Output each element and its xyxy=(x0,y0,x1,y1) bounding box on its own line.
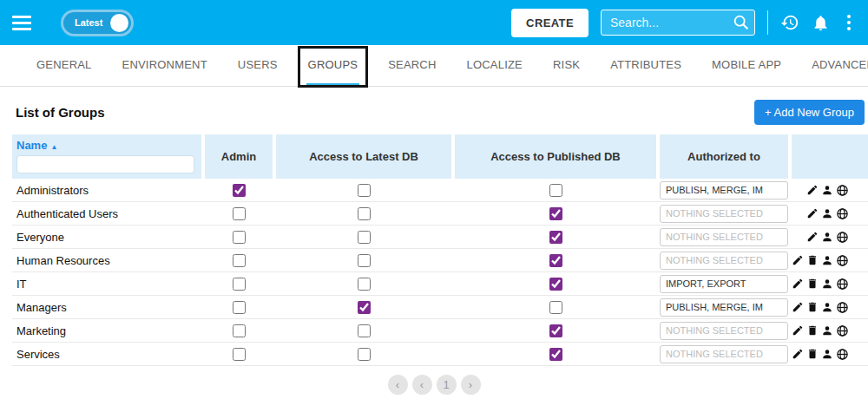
latest-toggle[interactable]: Latest xyxy=(61,10,134,36)
user-icon[interactable] xyxy=(821,184,833,197)
globe-icon[interactable] xyxy=(836,301,849,314)
menu-icon[interactable] xyxy=(12,16,31,30)
tab-localize[interactable]: LOCALIZE xyxy=(465,45,524,86)
admin-checkbox[interactable] xyxy=(233,231,246,244)
user-icon[interactable] xyxy=(821,301,833,314)
row-actions xyxy=(792,207,868,220)
top-navigation-bar: Latest CREATE xyxy=(0,0,868,45)
tab-search[interactable]: SEARCH xyxy=(386,45,437,86)
tab-mobile-app[interactable]: MOBILE APP xyxy=(710,45,783,86)
globe-icon[interactable] xyxy=(836,207,849,220)
column-header-published-db[interactable]: Access to Published DB xyxy=(455,134,656,179)
admin-checkbox[interactable] xyxy=(233,184,246,197)
delete-icon[interactable] xyxy=(806,254,819,267)
tab-advanced[interactable]: ADVANCED xyxy=(810,45,868,86)
user-icon[interactable] xyxy=(821,207,833,220)
notifications-icon[interactable] xyxy=(812,14,830,32)
latest-db-checkbox[interactable] xyxy=(358,207,371,220)
user-icon[interactable] xyxy=(821,231,833,244)
column-header-latest-db[interactable]: Access to Latest DB xyxy=(276,134,451,179)
sort-by-name[interactable]: Name▲ xyxy=(16,139,194,152)
tab-attributes[interactable]: ATTRIBUTES xyxy=(608,45,683,86)
tab-general[interactable]: GENERAL xyxy=(35,45,94,86)
edit-icon[interactable] xyxy=(792,278,804,291)
group-name: Administrators xyxy=(12,184,201,197)
edit-icon[interactable] xyxy=(806,207,819,220)
published-db-checkbox[interactable] xyxy=(549,254,562,267)
latest-db-checkbox[interactable] xyxy=(358,184,371,197)
column-header-authorized-to[interactable]: Authorized to xyxy=(660,134,788,179)
admin-checkbox[interactable] xyxy=(233,348,246,361)
admin-checkbox[interactable] xyxy=(233,301,246,314)
globe-icon[interactable] xyxy=(836,231,849,244)
column-header-name: Name▲ xyxy=(12,134,201,179)
user-icon[interactable] xyxy=(821,348,833,361)
published-db-checkbox[interactable] xyxy=(549,324,562,337)
edit-icon[interactable] xyxy=(792,324,804,337)
latest-db-checkbox[interactable] xyxy=(358,231,371,244)
published-db-checkbox[interactable] xyxy=(549,301,562,314)
create-button[interactable]: CREATE xyxy=(511,9,589,37)
latest-db-checkbox[interactable] xyxy=(358,301,371,314)
authorized-to-select[interactable]: NOTHING SELECTED xyxy=(660,345,788,363)
tab-users[interactable]: USERS xyxy=(236,45,279,86)
globe-icon[interactable] xyxy=(836,184,849,197)
authorized-to-select[interactable]: NOTHING SELECTED xyxy=(660,322,788,340)
page-button-1[interactable]: 1 xyxy=(437,375,457,395)
latest-db-checkbox[interactable] xyxy=(358,254,371,267)
first-page-button[interactable]: ‹ xyxy=(388,375,408,395)
published-db-checkbox[interactable] xyxy=(549,231,562,244)
globe-icon[interactable] xyxy=(836,324,849,337)
column-header-admin[interactable]: Admin xyxy=(205,134,273,179)
page-header: List of Groups + Add New Group xyxy=(0,87,868,134)
admin-checkbox[interactable] xyxy=(233,254,246,267)
edit-icon[interactable] xyxy=(806,231,819,244)
authorized-to-select[interactable]: PUBLISH, MERGE, IM xyxy=(660,298,788,317)
table-row: ITIMPORT, EXPORT xyxy=(12,272,868,296)
latest-toggle-label: Latest xyxy=(75,17,102,28)
published-db-checkbox[interactable] xyxy=(549,348,562,361)
add-new-group-button[interactable]: + Add New Group xyxy=(754,100,865,125)
table-row: Authenticated UsersNOTHING SELECTED xyxy=(12,202,868,226)
delete-icon[interactable] xyxy=(806,324,819,337)
delete-icon[interactable] xyxy=(806,301,819,314)
user-icon[interactable] xyxy=(821,324,833,337)
group-name: Services xyxy=(12,348,201,361)
latest-db-checkbox[interactable] xyxy=(358,324,371,337)
published-db-checkbox[interactable] xyxy=(549,278,562,291)
globe-icon[interactable] xyxy=(836,348,849,361)
admin-checkbox[interactable] xyxy=(233,278,246,291)
edit-icon[interactable] xyxy=(792,254,804,267)
tab-groups[interactable]: GROUPS xyxy=(306,45,360,86)
authorized-to-select[interactable]: NOTHING SELECTED xyxy=(660,228,788,246)
authorized-to-select[interactable]: NOTHING SELECTED xyxy=(660,252,788,270)
globe-icon[interactable] xyxy=(836,254,849,267)
search-icon[interactable] xyxy=(732,13,751,36)
edit-icon[interactable] xyxy=(792,301,804,314)
authorized-to-select[interactable]: IMPORT, EXPORT xyxy=(660,275,788,293)
prev-page-button[interactable]: ‹ xyxy=(412,375,432,395)
row-actions xyxy=(792,231,868,244)
edit-icon[interactable] xyxy=(792,348,804,361)
latest-db-checkbox[interactable] xyxy=(358,278,371,291)
user-icon[interactable] xyxy=(821,278,833,291)
admin-checkbox[interactable] xyxy=(233,324,246,337)
published-db-checkbox[interactable] xyxy=(549,184,562,197)
latest-db-checkbox[interactable] xyxy=(358,348,371,361)
next-page-button[interactable]: › xyxy=(461,375,481,395)
user-icon[interactable] xyxy=(821,254,833,267)
tab-environment[interactable]: ENVIRONMENT xyxy=(121,45,209,86)
delete-icon[interactable] xyxy=(806,348,819,361)
edit-icon[interactable] xyxy=(806,184,819,197)
tab-risk[interactable]: RISK xyxy=(551,45,582,86)
history-icon[interactable] xyxy=(780,13,799,32)
admin-checkbox[interactable] xyxy=(233,207,246,220)
published-db-checkbox[interactable] xyxy=(549,207,562,220)
authorized-to-select[interactable]: PUBLISH, MERGE, IM xyxy=(660,181,788,200)
name-filter-input[interactable] xyxy=(16,155,194,173)
table-row: EveryoneNOTHING SELECTED xyxy=(12,226,868,249)
delete-icon[interactable] xyxy=(806,278,819,291)
more-options-icon[interactable] xyxy=(842,13,856,32)
globe-icon[interactable] xyxy=(836,278,849,291)
authorized-to-select[interactable]: NOTHING SELECTED xyxy=(660,205,788,223)
